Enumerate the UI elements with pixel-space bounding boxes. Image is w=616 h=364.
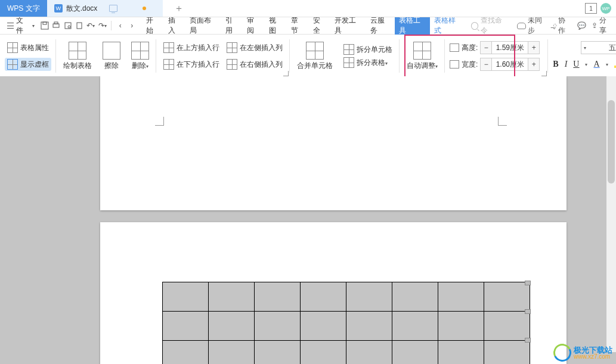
svg-rect-2 (53, 24, 59, 27)
group-font: ▾ 五号 ▾ B I U▾ A▾ ✎▾ (548, 35, 616, 77)
insert-row-below-button[interactable]: 在下方插入行 (161, 58, 222, 71)
group-insert: 在上方插入行 在左侧插入列 在下方插入行 在右侧插入列 (156, 35, 290, 77)
draw-table-button[interactable]: 绘制表格 (61, 41, 94, 72)
autofit-button[interactable]: 自动调整▾ (404, 41, 440, 72)
group-table-props: 表格属性 显示虚框 (0, 35, 56, 77)
user-avatar-icon[interactable]: WP (600, 3, 611, 14)
bold-button[interactable]: B (553, 60, 558, 69)
command-search[interactable]: 查找命令 (467, 14, 512, 38)
draw-icon (69, 42, 86, 60)
qa-undo-icon[interactable]: ↶▾ (86, 21, 96, 30)
group-size: 高度: − 1.59厘米 + 宽度: − 1.60厘米 + (445, 35, 548, 77)
properties-icon (7, 42, 18, 53)
qa-print-icon[interactable] (51, 21, 61, 30)
scroll-thumb[interactable] (608, 100, 615, 183)
height-decrease-button[interactable]: − (480, 41, 492, 54)
search-icon (471, 22, 478, 30)
show-virtual-frame-button[interactable]: 显示虚框 (5, 58, 51, 71)
file-menu[interactable]: 文件 ▾ (4, 14, 38, 37)
qa-nav-fwd-icon[interactable]: › (126, 21, 137, 30)
share-icon: ⇪ (592, 21, 598, 30)
table-row (163, 282, 530, 312)
qa-save-icon[interactable] (39, 21, 49, 30)
unsaved-indicator-icon (143, 7, 146, 10)
width-increase-button[interactable]: + (528, 58, 540, 71)
insert-below-icon (163, 59, 174, 70)
page-2 (100, 222, 567, 364)
chat-icon[interactable]: 💬 (577, 21, 587, 30)
titlebar: WPS 文字 W 散文.docx ＋ 1 WP (0, 0, 616, 17)
group-merge: 合并单元格 拆分单元格 拆分表格▾ (290, 35, 400, 77)
font-size-value: 五号 (609, 43, 616, 53)
group-launcher-icon[interactable] (283, 71, 289, 76)
qa-preview-icon[interactable] (63, 21, 73, 30)
insert-above-icon (163, 42, 174, 53)
col-width-icon (450, 60, 459, 69)
svg-point-5 (68, 26, 70, 28)
height-increase-button[interactable]: + (528, 41, 540, 54)
merge-icon (306, 42, 324, 60)
delete-button[interactable]: 删除▾ (129, 41, 151, 72)
insert-col-left-button[interactable]: 在左侧插入列 (224, 41, 285, 54)
qa-paste-icon[interactable] (74, 21, 84, 30)
cloud-icon (517, 23, 526, 29)
split-cell-icon (343, 44, 354, 55)
width-label: 宽度: (462, 60, 478, 70)
qa-redo-icon[interactable]: ↷▾ (97, 21, 107, 30)
row-marker-icon (525, 281, 531, 285)
monitor-icon (109, 5, 117, 12)
frame-icon (7, 59, 18, 70)
margin-corner-icon (498, 117, 507, 126)
width-decrease-button[interactable]: − (480, 58, 492, 71)
underline-button[interactable]: U (573, 60, 579, 69)
collab-icon: ౢ (553, 21, 556, 30)
chevron-down-icon: ▾ (32, 23, 35, 29)
share-button[interactable]: ⇪ 分享 (592, 15, 612, 36)
eraser-button[interactable]: 擦除 (100, 41, 123, 72)
table-properties-button[interactable]: 表格属性 (5, 41, 51, 54)
window-indicator[interactable]: 1 (585, 3, 597, 14)
row-height-stepper[interactable]: − 1.59厘米 + (480, 41, 540, 54)
delete-icon (131, 42, 149, 60)
document-tab[interactable]: W 散文.docx (47, 0, 163, 17)
selected-table[interactable] (162, 282, 530, 364)
split-table-button[interactable]: 拆分表格▾ (341, 56, 395, 69)
collab-button[interactable]: ౢ 协作 (553, 15, 571, 36)
insert-col-right-button[interactable]: 在右侧插入列 (224, 58, 285, 71)
row-marker-icon (525, 309, 531, 314)
file-menu-label: 文件 (16, 15, 30, 36)
col-width-stepper[interactable]: − 1.60厘米 + (480, 58, 540, 71)
group-autofit: 自动调整▾ (400, 35, 445, 77)
table-row (163, 341, 530, 365)
width-value[interactable]: 1.60厘米 (492, 58, 528, 71)
merge-cells-button[interactable]: 合并单元格 (295, 41, 335, 72)
eraser-icon (103, 42, 120, 60)
split-table-icon (343, 57, 354, 68)
svg-rect-0 (41, 22, 48, 29)
highlight-button[interactable]: ✎ (614, 61, 616, 68)
italic-button[interactable]: I (565, 60, 568, 69)
font-size-select[interactable]: ▾ 五号 ▾ (581, 41, 616, 54)
table-row (163, 312, 530, 341)
vertical-scrollbar[interactable] (606, 76, 616, 352)
document-canvas[interactable] (0, 76, 616, 364)
ribbon: 表格属性 显示虚框 绘制表格 擦除 删除▾ 在上方插入行 在左侧插入列 在下方插… (0, 35, 616, 78)
split-cells-button[interactable]: 拆分单元格 (341, 43, 395, 56)
new-tab-button[interactable]: ＋ (163, 0, 195, 17)
qa-nav-back-icon[interactable]: ‹ (115, 21, 125, 30)
group-launcher-icon[interactable] (541, 71, 547, 76)
row-marker-icon (525, 338, 531, 343)
font-color-button[interactable]: A (593, 60, 599, 69)
row-height-icon (450, 43, 459, 52)
app-brand-tab[interactable]: WPS 文字 (0, 0, 47, 17)
menu-icon (7, 23, 14, 29)
height-label: 高度: (462, 43, 478, 53)
separator (111, 21, 112, 30)
doc-icon: W (54, 4, 63, 13)
unsynced-status[interactable]: 未同步 (517, 15, 548, 36)
insert-row-above-button[interactable]: 在上方插入行 (161, 41, 222, 54)
autofit-icon (413, 42, 431, 60)
command-search-placeholder: 查找命令 (481, 15, 508, 36)
height-value[interactable]: 1.59厘米 (492, 41, 528, 54)
chevron-down-icon: ▾ (584, 45, 586, 51)
